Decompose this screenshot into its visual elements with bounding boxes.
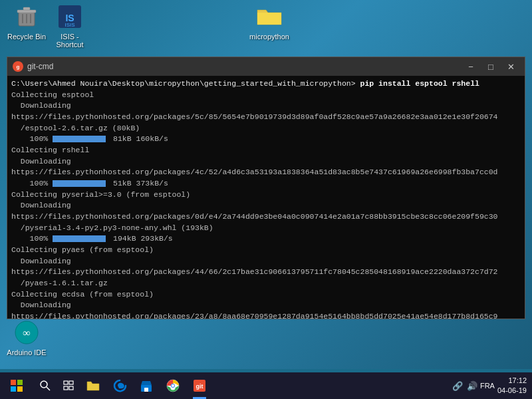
taskbar-file-explorer[interactable] [80,372,106,399]
volume-tray-icon[interactable]: 🔊 [467,381,477,391]
arduino-icon: ∞ [13,319,40,346]
taskbar-edge[interactable] [106,372,133,399]
system-tray: 🔗 🔊 [452,381,477,391]
clock-date: 04-06-19 [497,386,527,396]
taskbar-chrome[interactable] [160,372,186,399]
arduino-label: Arduino IDE [7,348,46,356]
svg-rect-18 [144,388,148,392]
terminal-window: g git-cmd − □ ✕ C:\Users\Ahmed Nouira\De… [7,57,525,319]
store-icon [139,378,154,393]
terminal-close-button[interactable]: ✕ [502,60,519,73]
isis-app-icon: IS ISIS [57,3,83,30]
terminal-minimize-button[interactable]: − [462,60,479,73]
svg-line-12 [47,387,50,390]
desktop-icon-arduino[interactable]: ∞ Arduino IDE [3,319,50,356]
start-button[interactable] [0,372,33,399]
svg-rect-2 [23,7,30,10]
git-cmd-taskbar-icon: git [192,378,207,393]
recycle-bin-label: Recycle Bin [7,33,46,41]
svg-rect-14 [69,381,73,384]
task-view-button[interactable] [57,372,80,399]
network-tray-icon[interactable]: 🔗 [452,381,463,391]
svg-rect-13 [64,381,68,384]
edge-icon [112,378,127,393]
terminal-title-text: git-cmd [27,62,53,71]
desktop-icon-recycle-bin[interactable]: Recycle Bin [3,3,50,41]
svg-rect-16 [69,386,73,390]
micropython-label: micropython [249,33,289,41]
terminal-controls: − □ ✕ [462,60,519,73]
terminal-output: Collecting esptool Downloading https://f… [11,90,521,319]
desktop: Recycle Bin IS ISIS ISIS - Shortcut micr… [0,0,532,369]
terminal-titlebar: g git-cmd − □ ✕ [7,57,525,76]
svg-rect-1 [17,10,36,13]
search-icon [40,380,51,391]
windows-logo-icon [11,380,23,392]
git-cmd-title-icon: g [13,61,23,72]
svg-point-11 [41,381,47,388]
taskbar-git-cmd[interactable]: git [186,372,213,399]
micropython-folder-icon [256,3,283,30]
desktop-icon-isis[interactable]: IS ISIS ISIS - Shortcut [47,3,93,49]
terminal-title-left: g git-cmd [13,61,53,72]
clock-time: 17:12 [497,376,527,386]
svg-point-21 [172,384,174,387]
desktop-icon-micropython[interactable]: micropython [246,3,293,41]
file-explorer-icon [86,378,100,393]
terminal-maximize-button[interactable]: □ [482,60,499,73]
taskbar: git 🔗 🔊 FRA 17:12 04-06-19 [0,372,532,399]
task-view-icon [63,380,74,391]
taskbar-right: 🔗 🔊 FRA 17:12 04-06-19 [452,372,532,399]
taskbar-search-button[interactable] [33,372,57,399]
language-indicator[interactable]: FRA [480,382,495,390]
system-clock[interactable]: 17:12 04-06-19 [497,376,527,396]
svg-rect-15 [64,386,68,390]
taskbar-store[interactable] [133,372,160,399]
isis-label: ISIS - Shortcut [47,33,93,49]
terminal-body[interactable]: C:\Users\Ahmed Nouira\Desktop\micropytho… [7,76,525,319]
taskbar-pinned-apps: git [80,372,213,399]
svg-text:git: git [196,383,203,390]
terminal-path-line: C:\Users\Ahmed Nouira\Desktop\micropytho… [11,78,521,90]
svg-text:ISIS: ISIS [65,22,74,28]
recycle-bin-icon [13,3,40,30]
chrome-icon [166,378,180,393]
svg-text:∞: ∞ [23,327,30,338]
